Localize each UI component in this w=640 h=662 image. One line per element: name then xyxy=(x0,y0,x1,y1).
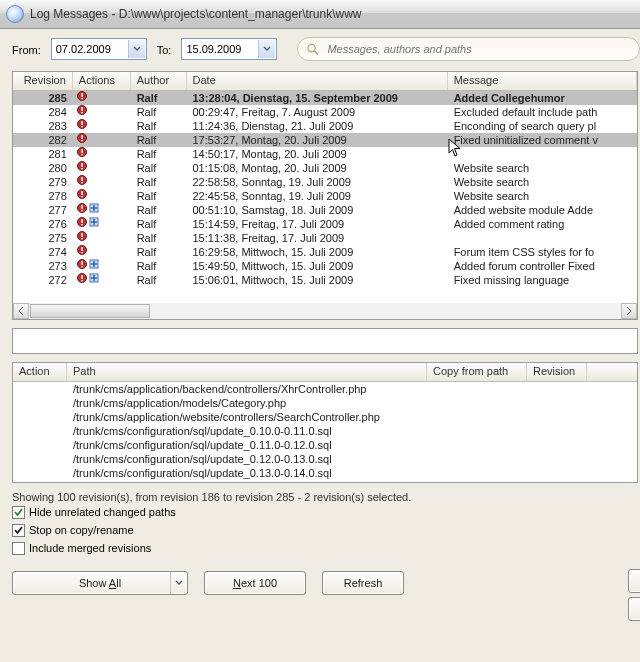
table-row[interactable]: 278Ralf22:45:58, Sonntag, 19. Juli 2009W… xyxy=(13,189,637,203)
svg-rect-41 xyxy=(81,261,82,265)
cut-button-edge[interactable] xyxy=(628,569,640,593)
col-message[interactable]: Message xyxy=(448,72,637,90)
cell-date: 15:11:38, Freitag, 17. Juli 2009 xyxy=(187,231,448,245)
to-date-value: 15.09.2009 xyxy=(186,43,254,55)
cell-copy-from xyxy=(427,452,527,466)
svg-rect-25 xyxy=(81,196,82,197)
checkbox-hide-unrelated[interactable] xyxy=(12,506,25,519)
table-row[interactable]: /trunk/cms/application/backend/controlle… xyxy=(13,382,637,396)
col-path-revision[interactable]: Revision xyxy=(527,363,587,381)
chevron-down-icon[interactable] xyxy=(170,572,187,594)
table-row[interactable]: 275Ralf15:11:38, Freitag, 17. Juli 2009 xyxy=(13,231,637,245)
hide-unrelated-label[interactable]: Hide unrelated changed paths xyxy=(29,506,176,518)
table-row[interactable]: 282Ralf17:53:27, Montag, 20. Juli 2009Fi… xyxy=(13,133,637,147)
cell-path-revision xyxy=(527,452,587,466)
chevron-down-icon[interactable] xyxy=(128,40,145,58)
svg-rect-38 xyxy=(81,247,82,251)
table-row[interactable]: 274Ralf16:29:58, Mittwoch, 15. Juli 2009… xyxy=(13,245,637,259)
to-date-field[interactable]: 15.09.2009 xyxy=(181,38,277,60)
table-row[interactable]: 279Ralf22:58:58, Sonntag, 19. Juli 2009W… xyxy=(13,175,637,189)
refresh-button[interactable]: Refresh xyxy=(322,571,404,595)
table-row[interactable]: 273Ralf15:49:50, Mittwoch, 15. Juli 2009… xyxy=(13,259,637,273)
cell-path: /trunk/cms/configuration/sql/update_0.10… xyxy=(67,424,427,438)
svg-point-0 xyxy=(308,44,315,51)
table-row[interactable]: /trunk/cms/configuration/sql/update_0.12… xyxy=(13,452,637,466)
cell-revision: 281 xyxy=(13,147,73,161)
cell-copy-from xyxy=(427,396,527,410)
search-field[interactable] xyxy=(297,37,640,61)
col-path[interactable]: Path xyxy=(67,363,427,381)
table-row[interactable]: /trunk/cms/application/models/Category.p… xyxy=(13,396,637,410)
table-row[interactable]: 280Ralf01:15:08, Montag, 20. Juli 2009We… xyxy=(13,161,637,175)
cell-actions xyxy=(73,119,131,133)
table-row[interactable]: /trunk/cms/configuration/sql/update_0.10… xyxy=(13,424,637,438)
paths-listview[interactable]: Action Path Copy from path Revision /tru… xyxy=(12,362,638,483)
table-row[interactable]: 284Ralf00:29:47, Freitag, 7. August 2009… xyxy=(13,105,637,119)
horizontal-scrollbar[interactable] xyxy=(13,303,637,319)
scroll-track[interactable] xyxy=(29,303,621,319)
log-listview[interactable]: Revision Actions Author Date Message 285… xyxy=(12,71,638,320)
col-date[interactable]: Date xyxy=(187,72,448,90)
scroll-left-icon[interactable] xyxy=(13,303,29,319)
svg-rect-28 xyxy=(81,210,82,211)
table-row[interactable]: 272Ralf15:06:01, Mittwoch, 15. Juli 2009… xyxy=(13,273,637,287)
col-revision[interactable]: Revision xyxy=(13,72,73,90)
cell-author: Ralf xyxy=(131,105,187,119)
table-row[interactable]: /trunk/cms/application/website/controlle… xyxy=(13,410,637,424)
cell-path: /trunk/cms/application/website/controlle… xyxy=(67,410,427,424)
cell-path: /trunk/cms/configuration/sql/update_0.12… xyxy=(67,452,427,466)
svg-rect-4 xyxy=(81,98,82,99)
table-row[interactable]: 276Ralf15:14:59, Freitag, 17. Juli 2009A… xyxy=(13,217,637,231)
cell-revision: 283 xyxy=(13,119,73,133)
cell-message: Added website module Adde xyxy=(448,203,637,217)
table-row[interactable]: 277Ralf00:51:10, Samstag, 18. Juli 2009A… xyxy=(13,203,637,217)
svg-rect-46 xyxy=(81,280,82,281)
cell-revision: 275 xyxy=(13,231,73,245)
cell-message: Added forum controller Fixed xyxy=(448,259,637,273)
scroll-thumb[interactable] xyxy=(30,304,150,318)
col-path-action[interactable]: Action xyxy=(13,363,67,381)
cut-button-edge[interactable] xyxy=(628,597,640,621)
table-row[interactable]: 285Ralf13:28:04, Dienstag, 15. September… xyxy=(13,91,637,105)
cell-date: 11:24:36, Dienstag, 21. Juli 2009 xyxy=(187,119,448,133)
col-copy-from[interactable]: Copy from path xyxy=(427,363,527,381)
cell-date: 00:29:47, Freitag, 7. August 2009 xyxy=(187,105,448,119)
search-input[interactable] xyxy=(325,42,631,56)
cell-date: 15:14:59, Freitag, 17. Juli 2009 xyxy=(187,217,448,231)
cell-author: Ralf xyxy=(131,161,187,175)
paths-header[interactable]: Action Path Copy from path Revision xyxy=(13,363,637,382)
cell-author: Ralf xyxy=(131,119,187,133)
cell-copy-from xyxy=(427,438,527,452)
col-author[interactable]: Author xyxy=(131,72,187,90)
svg-rect-35 xyxy=(81,233,82,237)
scroll-right-icon[interactable] xyxy=(621,303,637,319)
window-titlebar[interactable]: Log Messages - D:\www\projects\content_m… xyxy=(0,0,640,29)
cell-message xyxy=(448,147,637,161)
cell-path-revision xyxy=(527,466,587,480)
cell-path-revision xyxy=(527,424,587,438)
table-row[interactable]: /trunk/cms/configuration/sql/update_0.11… xyxy=(13,438,637,452)
svg-rect-31 xyxy=(81,219,82,223)
cell-path-revision xyxy=(527,382,587,396)
cell-date: 16:29:58, Mittwoch, 15. Juli 2009 xyxy=(187,245,448,259)
checkbox-include-merged[interactable] xyxy=(12,542,25,555)
commit-message-pane[interactable] xyxy=(12,328,638,354)
cell-message xyxy=(448,231,637,245)
include-merged-label[interactable]: Include merged revisions xyxy=(29,542,151,554)
show-all-button[interactable]: Show All xyxy=(12,571,188,595)
cell-message: Website search xyxy=(448,189,637,203)
cell-path-action xyxy=(13,452,67,466)
cell-actions xyxy=(73,217,131,231)
cell-message: Excluded default include path xyxy=(448,105,637,119)
next-100-button[interactable]: Next 100 xyxy=(204,571,306,595)
table-row[interactable]: 281Ralf14:50:17, Montag, 20. Juli 2009 xyxy=(13,147,637,161)
cell-actions xyxy=(73,273,131,287)
col-actions[interactable]: Actions xyxy=(73,72,131,90)
from-date-field[interactable]: 07.02.2009 xyxy=(51,38,147,60)
checkbox-stop-on-copy[interactable] xyxy=(12,524,25,537)
table-row[interactable]: 283Ralf11:24:36, Dienstag, 21. Juli 2009… xyxy=(13,119,637,133)
chevron-down-icon[interactable] xyxy=(258,40,275,58)
stop-on-copy-label[interactable]: Stop on copy/rename xyxy=(29,524,134,536)
table-row[interactable]: /trunk/cms/configuration/sql/update_0.13… xyxy=(13,466,637,480)
log-header[interactable]: Revision Actions Author Date Message xyxy=(13,72,637,91)
